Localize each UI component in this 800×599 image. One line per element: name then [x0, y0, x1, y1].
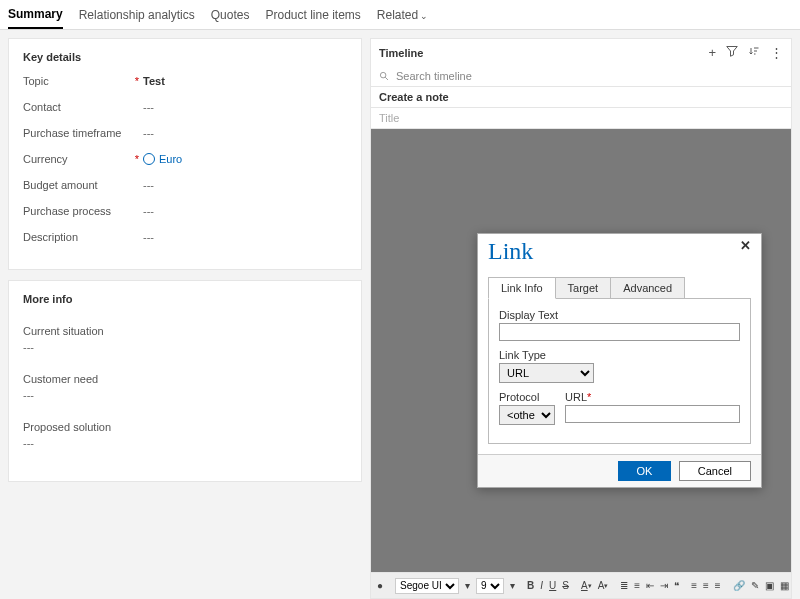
display-text-label: Display Text [499, 309, 740, 321]
field-description[interactable]: Description--- [23, 231, 347, 243]
card-title: Key details [23, 51, 347, 63]
font-size-select[interactable]: 9 [476, 578, 504, 594]
field-value: --- [143, 231, 154, 243]
chevron-down-icon[interactable]: ▾ [465, 578, 470, 594]
timeline-title: Timeline [379, 47, 423, 59]
add-icon[interactable]: + [708, 45, 716, 60]
chevron-down-icon[interactable]: ▾ [510, 578, 515, 594]
forecolor-icon[interactable]: A▾ [581, 578, 592, 594]
more-info-customer-need[interactable]: Customer need--- [23, 373, 347, 401]
personalize-icon[interactable]: ✎ [751, 578, 759, 594]
align-center-icon[interactable]: ≡ [703, 578, 709, 594]
card-title: More info [23, 293, 347, 305]
left-column: Key details Topic*TestContact---Purchase… [0, 30, 370, 599]
strike-icon[interactable]: S [562, 578, 569, 594]
dialog-body: Display Text Link Type URL Protocol <oth… [488, 298, 751, 444]
tab-relationship-analytics[interactable]: Relationship analytics [79, 2, 195, 28]
cancel-button[interactable]: Cancel [679, 461, 751, 481]
field-value: Test [143, 75, 165, 87]
key-details-card: Key details Topic*TestContact---Purchase… [8, 38, 362, 270]
url-input[interactable] [565, 405, 740, 423]
ok-button[interactable]: OK [618, 461, 672, 481]
table-icon[interactable]: ▦ [780, 578, 789, 594]
number-list-icon[interactable]: ≡ [634, 578, 640, 594]
dialog-tab-target[interactable]: Target [555, 277, 612, 299]
url-label: URL* [565, 391, 740, 403]
backcolor-icon[interactable]: A▾ [598, 578, 609, 594]
rte-toolbar: ● Segoe UI ▾ 9 ▾ B I U S A▾ A▾ ≣ ≡ ⇤ ⇥ ❝… [370, 573, 792, 599]
field-value: --- [143, 127, 154, 139]
field-currency[interactable]: Currency*Euro [23, 153, 347, 165]
field-label: Current situation [23, 325, 347, 337]
protocol-label: Protocol [499, 391, 555, 403]
link-type-select[interactable]: URL [499, 363, 594, 383]
link-dialog: Link ✕ Link InfoTargetAdvanced Display T… [477, 233, 762, 488]
protocol-select[interactable]: <other> [499, 405, 555, 425]
tab-quotes[interactable]: Quotes [211, 2, 250, 28]
quote-icon[interactable]: ❝ [674, 578, 679, 594]
field-topic[interactable]: Topic*Test [23, 75, 347, 87]
tab-summary[interactable]: Summary [8, 1, 63, 29]
field-purchase-timeframe[interactable]: Purchase timeframe--- [23, 127, 347, 139]
field-label: Topic* [23, 75, 143, 87]
dialog-tabs: Link InfoTargetAdvanced [488, 277, 751, 299]
dialog-title: Link [488, 238, 533, 265]
field-label: Currency* [23, 153, 143, 165]
svg-point-0 [380, 72, 386, 78]
svg-line-1 [385, 77, 388, 80]
filter-icon[interactable] [726, 45, 738, 60]
field-value: --- [143, 205, 154, 217]
create-note-label: Create a note [370, 87, 792, 108]
field-label: Budget amount [23, 179, 143, 191]
font-family-select[interactable]: Segoe UI [395, 578, 459, 594]
field-purchase-process[interactable]: Purchase process--- [23, 205, 347, 217]
dialog-tab-advanced[interactable]: Advanced [610, 277, 685, 299]
more-info-current-situation[interactable]: Current situation--- [23, 325, 347, 353]
field-label: Purchase process [23, 205, 143, 217]
more-icon[interactable]: ⋮ [770, 45, 783, 60]
timeline-search[interactable]: Search timeline [370, 66, 792, 87]
field-label: Purchase timeframe [23, 127, 143, 139]
field-value: --- [143, 179, 154, 191]
field-value: Euro [143, 153, 182, 165]
indicator-icon[interactable]: ● [377, 578, 383, 594]
more-info-proposed-solution[interactable]: Proposed solution--- [23, 421, 347, 449]
field-value: --- [23, 437, 347, 449]
image-icon[interactable]: ▣ [765, 578, 774, 594]
note-editor-canvas[interactable]: Link ✕ Link InfoTargetAdvanced Display T… [370, 129, 792, 573]
dialog-tab-link-info[interactable]: Link Info [488, 277, 556, 299]
sort-icon[interactable] [748, 45, 760, 60]
currency-icon [143, 153, 155, 165]
bold-icon[interactable]: B [527, 578, 534, 594]
align-right-icon[interactable]: ≡ [715, 578, 721, 594]
close-icon[interactable]: ✕ [740, 238, 751, 253]
search-placeholder: Search timeline [396, 70, 472, 82]
field-label: Proposed solution [23, 421, 347, 433]
field-budget-amount[interactable]: Budget amount--- [23, 179, 347, 191]
field-contact[interactable]: Contact--- [23, 101, 347, 113]
bullet-list-icon[interactable]: ≣ [620, 578, 628, 594]
display-text-input[interactable] [499, 323, 740, 341]
tab-related[interactable]: Related⌄ [377, 2, 428, 28]
tab-product-line-items[interactable]: Product line items [265, 2, 360, 28]
outdent-icon[interactable]: ⇤ [646, 578, 654, 594]
italic-icon[interactable]: I [540, 578, 543, 594]
link-type-label: Link Type [499, 349, 740, 361]
field-label: Contact [23, 101, 143, 113]
field-label: Customer need [23, 373, 347, 385]
field-value: --- [23, 389, 347, 401]
underline-icon[interactable]: U [549, 578, 556, 594]
main-tabstrip: SummaryRelationship analyticsQuotesProdu… [0, 0, 800, 30]
field-value: --- [143, 101, 154, 113]
timeline-header: Timeline + ⋮ [370, 38, 792, 66]
note-title-input[interactable]: Title [370, 108, 792, 129]
indent-icon[interactable]: ⇥ [660, 578, 668, 594]
right-column: Timeline + ⋮ Search timeline Create a no… [370, 30, 800, 599]
field-label: Description [23, 231, 143, 243]
search-icon [379, 71, 390, 82]
more-info-card: More info Current situation---Customer n… [8, 280, 362, 482]
field-value: --- [23, 341, 347, 353]
align-left-icon[interactable]: ≡ [691, 578, 697, 594]
link-icon[interactable]: 🔗 [733, 578, 745, 594]
